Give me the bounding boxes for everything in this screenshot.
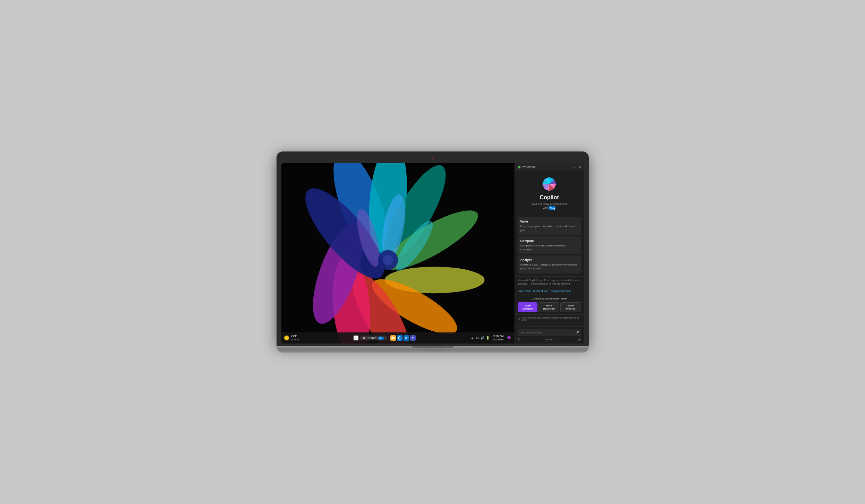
subtitle-line1: Your everyday AI companion [532,202,567,206]
outlook-label: O [405,337,407,339]
cortana-badge: Co [378,337,384,340]
copilot-content: Copilot Your everyday AI companion with … [515,171,584,326]
titlebar-controls: — ✕ [573,165,581,169]
svg-point-15 [383,255,393,265]
style-precise-button[interactable]: MorePrecise [560,302,581,313]
write-title: Write [520,220,578,223]
compare-title: Compare [520,239,578,243]
chat-input[interactable] [518,329,581,336]
teams-label: T [412,337,413,339]
refresh-button[interactable]: ↻ [518,338,520,341]
disclaimer-links: Learn more Terms of use Privacy statemen… [515,288,584,295]
write-body: Help me prepare and write a successful s… [520,224,578,232]
taskbar-app-outlook[interactable]: O [404,335,409,341]
date-display: 1/22/2024 [491,338,504,341]
desktop-wallpaper: 71°F Sunny [281,163,515,344]
time-display: 2:30 PM [491,334,504,338]
copilot-header: Copilot Your everyday AI companion with … [515,171,584,214]
folder-icon [391,336,395,340]
copilot-title: Copilot [540,194,559,201]
close-button[interactable]: ✕ [578,165,581,169]
terms-link[interactable]: Terms of use [533,289,548,293]
char-counter: 0/4000 [545,338,553,341]
taskbar-apps: O T [390,335,416,341]
system-tray: ▲ ⊞ 🔊 🔋 [470,336,490,340]
protected-label: Protected [522,165,535,169]
analyze-title: Analyze [520,258,578,262]
privacy-link[interactable]: Privacy statement [550,289,571,293]
search-label: Search [367,336,377,340]
input-actions-left: ↻ [518,338,520,341]
copilot-panel: Protected — ✕ [515,163,584,344]
battery-icon[interactable]: 🔋 [486,336,490,340]
input-footer: ↻ 0/4000 ➤ [518,338,581,341]
copilot-subtitle: Your everyday AI companion with Bing [532,202,567,210]
copilot-input-area: 🎤 ↻ 0/4000 ➤ [515,326,584,344]
suggestion-compare[interactable]: Compare Compare online and offline marke… [518,236,581,254]
taskbar-app-edge[interactable] [397,335,402,341]
screen: 71°F Sunny [281,163,584,344]
weather-temp: 71°F Sunny [291,334,299,341]
screen-frame: 71°F Sunny [277,151,589,346]
conversation-style-label: Choose a conversation style [518,297,581,300]
taskbar-right: ▲ ⊞ 🔊 🔋 2:30 PM 1/22/2024 [470,334,512,342]
network-icon[interactable]: ⊞ [475,336,480,340]
analyze-body: Create a SWOT analysis about environment… [520,263,578,270]
svg-line-17 [364,338,365,339]
webcam-dot [431,157,434,160]
windows-start-button[interactable] [354,336,358,340]
taskbar-search[interactable]: Search Co [360,336,388,340]
style-creative-button[interactable]: MoreCreative [518,302,538,313]
copilot-logo [542,176,557,192]
svg-text:Bing: Bing [550,207,555,210]
chevron-up-icon[interactable]: ▲ [470,336,474,340]
send-button[interactable]: ➤ [578,338,581,341]
laptop-hinge [412,346,453,348]
copilot-titlebar: Protected — ✕ [515,163,584,171]
copilot-tray-icon[interactable] [506,335,512,341]
taskbar-app-explorer[interactable] [390,335,396,341]
privacy-circle-icon [518,318,520,320]
input-wrapper: 🎤 [518,329,581,336]
condition-display: Sunny [291,338,299,341]
privacy-notice: Your personal and company data are prote… [515,314,584,323]
learn-more-link[interactable]: Learn more [518,289,531,293]
taskbar-center[interactable]: Search Co [299,335,470,341]
laptop-base [277,346,589,353]
suggestion-analyze[interactable]: Analyze Create a SWOT analysis about env… [518,255,581,273]
webcam-bar [281,156,584,161]
subtitle-line2: with [543,206,548,209]
disclaimer-text: Microsoft Copilot uses AI to respond, so… [515,276,584,288]
style-balanced-button[interactable]: MoreBalanced [538,302,559,313]
conversation-style: Choose a conversation style MoreCreative… [515,295,584,315]
svg-point-16 [363,337,364,339]
taskbar: 71°F Sunny [281,332,515,344]
bing-logo: Bing [549,206,556,210]
edge-icon [398,336,401,340]
taskbar-left: 71°F Sunny [284,334,299,341]
suggestion-write[interactable]: Write Help me prepare and write a succes… [518,217,581,235]
search-icon [363,337,365,339]
minimize-button[interactable]: — [573,165,576,169]
weather-icon [284,336,289,340]
temp-display: 71°F [291,334,299,338]
protected-dot [518,166,520,168]
laptop: 71°F Sunny [277,151,589,353]
volume-icon[interactable]: 🔊 [481,336,485,340]
compare-body: Compare online and offline marketing str… [520,244,578,251]
protected-badge: Protected [518,165,535,169]
bing-text: Bing [549,206,556,209]
suggestion-cards: Write Help me prepare and write a succes… [515,214,584,276]
laptop-notch [422,349,443,351]
clock[interactable]: 2:30 PM 1/22/2024 [491,334,504,342]
style-buttons: MoreCreative MoreBalanced MorePrecise [518,302,581,313]
taskbar-app-teams[interactable]: T [410,335,416,341]
privacy-notice-text: Your personal and company data are prote… [521,316,581,321]
mic-icon[interactable]: 🎤 [575,331,579,334]
